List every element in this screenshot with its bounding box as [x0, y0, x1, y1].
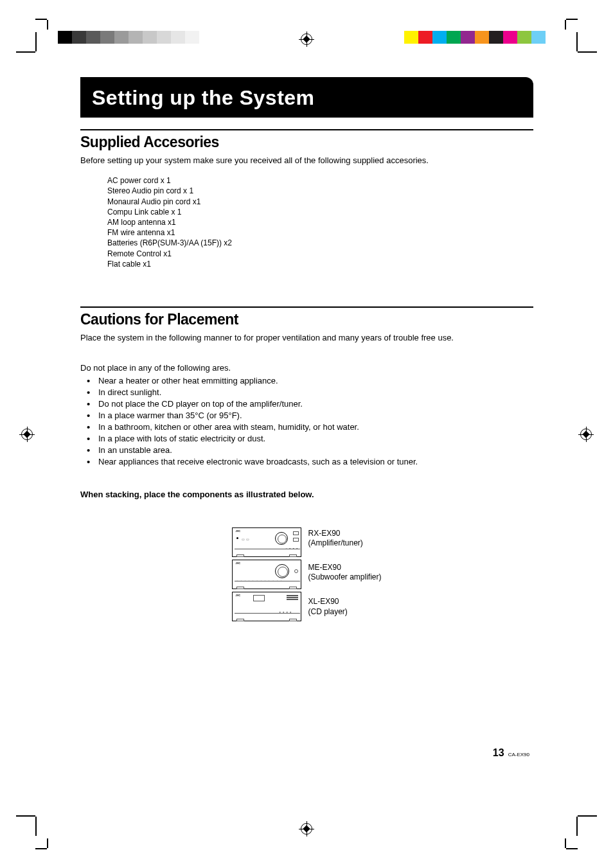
caution-bullet: In a bathroom, kitchen or other area wit… [80, 421, 533, 433]
swatch [404, 31, 418, 44]
accessories-list: AC power cord x 1Stereo Audio pin cord x… [107, 175, 533, 269]
swatch [72, 31, 86, 44]
swatch [100, 31, 114, 44]
caution-bullet: In an unstable area. [80, 445, 533, 456]
accessory-item: Remote Control x1 [107, 249, 533, 259]
section-heading-cautions: Cautions for Placement [80, 311, 533, 328]
accessories-intro: Before setting up your system make sure … [80, 155, 533, 166]
swatch [503, 31, 517, 44]
swatch [129, 31, 143, 44]
accessory-item: FM wire antenna x1 [107, 227, 533, 238]
component-model: XL-EX90 [308, 597, 381, 607]
caution-bullet: Do not place the CD player on top of the… [80, 398, 533, 410]
crop-mark [565, 838, 566, 848]
crop-mark [576, 817, 578, 836]
swatch [517, 31, 531, 44]
accessory-item: Batteries (R6P(SUM-3)/AA (15F)) x2 [107, 238, 533, 248]
accessory-item: Monaural Audio pin cord x1 [107, 197, 533, 207]
swatch [447, 31, 461, 44]
swatch [475, 31, 489, 44]
stacking-diagram: JVC ▭ ▭ ○ ● ● ● JVC · · · [80, 527, 533, 632]
cd-player-icon: JVC ● ● ● ● [232, 592, 301, 621]
component-label: RX-EX90(Amplifier/tuner) [308, 529, 381, 549]
section-rule [80, 306, 533, 308]
caution-bullet: In direct sunlight. [80, 387, 533, 398]
component-model: ME-EX90 [308, 563, 381, 573]
caution-bullet: Near appliances that receive electronic … [80, 456, 533, 468]
grayscale-bar [58, 31, 199, 44]
page-footer: 13 CA-EX90 [493, 747, 529, 759]
accessory-item: Stereo Audio pin cord x 1 [107, 186, 533, 196]
component-description: (CD player) [308, 607, 381, 617]
swatch [531, 31, 546, 44]
crop-mark [578, 815, 597, 817]
crop-mark [47, 20, 48, 30]
swatch [171, 31, 185, 44]
swatch [489, 31, 503, 44]
page-number: 13 [493, 747, 504, 759]
accessory-item: AC power cord x 1 [107, 175, 533, 186]
amplifier-tuner-icon: JVC ▭ ▭ ○ ● ● ● [232, 527, 301, 557]
swatch [418, 31, 432, 44]
crop-mark [566, 19, 578, 20]
cautions-intro: Place the system in the following manner… [80, 332, 533, 344]
crop-mark [566, 848, 578, 849]
crop-mark [16, 51, 35, 53]
page-content: Setting up the System Supplied Accesorie… [80, 77, 533, 631]
registration-mark-icon [19, 427, 35, 442]
caution-bullet: In a place with lots of static electrici… [80, 433, 533, 445]
caution-bullet: Near a heater or other heat emmitting ap… [80, 375, 533, 387]
crop-mark [576, 32, 578, 51]
chapter-title: Setting up the System [80, 77, 533, 118]
swatch [143, 31, 157, 44]
component-stack-illustration: JVC ▭ ▭ ○ ● ● ● JVC · · · [232, 527, 301, 624]
swatch [461, 31, 475, 44]
registration-mark-icon [299, 821, 314, 837]
crop-mark [35, 32, 37, 51]
accessory-item: AM loop antenna x1 [107, 217, 533, 227]
component-description: (Subwoofer amplifier) [308, 572, 381, 583]
crop-mark [16, 815, 35, 817]
swatch [58, 31, 72, 44]
component-label: XL-EX90(CD player) [308, 597, 381, 617]
registration-mark-icon [578, 427, 594, 442]
crop-mark [578, 51, 597, 53]
registration-mark-icon [299, 31, 314, 47]
swatch [157, 31, 171, 44]
component-description: (Amplifier/tuner) [308, 538, 381, 549]
section-rule [80, 129, 533, 130]
component-label: ME-EX90(Subwoofer amplifier) [308, 563, 381, 583]
accessory-item: Flat cable x1 [107, 259, 533, 269]
component-labels: RX-EX90(Amplifier/tuner)ME-EX90(Subwoofe… [308, 527, 381, 632]
accessory-item: Compu Link cable x 1 [107, 207, 533, 217]
component-model: RX-EX90 [308, 529, 381, 539]
crop-mark [35, 817, 37, 836]
caution-bullet: In a place warmer than 35°C (or 95°F). [80, 410, 533, 421]
cautions-subintro: Do not place in any of the following are… [80, 363, 533, 373]
section-heading-accessories: Supplied Accesories [80, 134, 533, 151]
swatch [432, 31, 447, 44]
swatch [185, 31, 199, 44]
swatch [86, 31, 100, 44]
color-bar [404, 31, 546, 44]
crop-mark [35, 848, 47, 849]
crop-mark [47, 838, 48, 848]
crop-mark [35, 19, 47, 20]
cautions-bullet-list: Near a heater or other heat emmitting ap… [80, 375, 533, 468]
subwoofer-amplifier-icon: JVC · · · · · · · · · · · · [232, 560, 301, 589]
swatch [114, 31, 129, 44]
crop-mark [565, 20, 566, 30]
doc-id: CA-EX90 [508, 752, 529, 757]
stacking-note: When stacking, place the components as i… [80, 490, 533, 499]
